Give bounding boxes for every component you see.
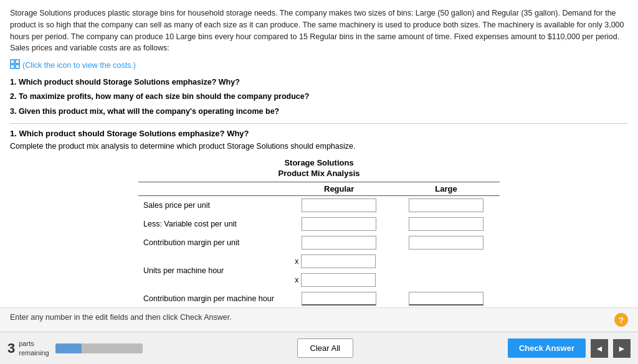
progress-bar-container: [55, 343, 143, 353]
help-circle[interactable]: ?: [614, 313, 628, 327]
q1-label: 1. Which product should Storage Solution…: [10, 78, 240, 86]
row1-regular-cell: [285, 195, 393, 215]
cm-per-unit-large-input[interactable]: [409, 236, 483, 250]
label-col-header: [138, 182, 285, 195]
row1-large-cell: [393, 195, 500, 215]
row2-large-cell: [393, 215, 500, 233]
row3-label: Contribution margin per unit: [138, 233, 285, 252]
bottom-center: Clear All: [143, 338, 508, 358]
divider-1: [10, 123, 628, 124]
grid-icon: [10, 59, 20, 71]
analysis-table: Regular Large Sales price per unit: [138, 182, 500, 307]
main-container: Storage Solutions produces plastic stora…: [0, 0, 638, 364]
icon-link[interactable]: (Click the icon to view the costs.): [10, 59, 628, 71]
cm-per-hour-large-input[interactable]: [409, 292, 483, 306]
row4-regular-cell: x: [285, 252, 385, 271]
row5-regular-cell: [285, 289, 393, 307]
questions: 1. Which product should Storage Solution…: [10, 76, 628, 118]
parts-label: parts remaining: [19, 339, 49, 357]
bottom-bar: 3 parts remaining Clear All Check Answer…: [0, 332, 638, 364]
sales-price-regular-input[interactable]: [302, 198, 376, 212]
q2-label: 2. To maximize profits, how many of each…: [10, 92, 309, 101]
table-row: Units per machine hour x x: [138, 252, 500, 289]
row3-large-cell: [393, 233, 500, 252]
q3-label: 3. Given this product mix, what will the…: [10, 107, 279, 116]
row5-label: Contribution margin per machine hour: [138, 289, 285, 307]
units-per-hour-large-input[interactable]: [301, 273, 376, 287]
svg-rect-2: [11, 65, 14, 68]
nav-next-button[interactable]: ►: [613, 339, 631, 358]
table-area: Storage Solutions Product Mix Analysis R…: [10, 158, 628, 307]
x-symbol-regular: x: [295, 257, 298, 266]
table-row: Sales price per unit: [138, 195, 500, 215]
svg-rect-3: [16, 65, 19, 68]
units-per-hour-regular-input[interactable]: [301, 254, 376, 268]
intro-text: Storage Solutions produces plastic stora…: [10, 7, 628, 54]
row2-label: Less: Variable cost per unit: [138, 215, 285, 233]
company-title: Storage Solutions: [284, 158, 353, 167]
section1-desc: Complete the product mix analysis to det…: [10, 142, 628, 151]
regular-header: Regular: [285, 182, 393, 195]
check-answer-button[interactable]: Check Answer: [508, 338, 586, 358]
table-title: Product Mix Analysis: [279, 169, 360, 178]
icon-link-label: (Click the icon to view the costs.): [22, 61, 136, 70]
table-row: Contribution margin per unit: [138, 233, 500, 252]
svg-rect-1: [16, 60, 19, 63]
row2-regular-cell: [285, 215, 393, 233]
row3-regular-cell: [285, 233, 393, 252]
table-row: Contribution margin per machine hour: [138, 289, 500, 307]
clear-all-button[interactable]: Clear All: [297, 338, 353, 358]
content-area: Storage Solutions produces plastic stora…: [0, 0, 638, 307]
variable-cost-large-input[interactable]: [409, 217, 483, 231]
cm-per-hour-regular-input[interactable]: [302, 292, 376, 306]
cm-per-unit-regular-input[interactable]: [302, 236, 376, 250]
row5-large-cell: [393, 289, 500, 307]
progress-bar-fill: [55, 343, 82, 353]
parts-remaining: 3 parts remaining: [7, 339, 143, 357]
row4-label: Units per machine hour: [138, 252, 285, 289]
sales-price-large-input[interactable]: [409, 198, 483, 212]
table-row: Less: Variable cost per unit: [138, 215, 500, 233]
status-bar: Enter any number in the edit fields and …: [0, 307, 638, 332]
parts-number: 3: [7, 340, 15, 357]
nav-prev-button[interactable]: ◄: [591, 339, 608, 358]
x-symbol-large: x: [295, 276, 298, 284]
svg-rect-0: [11, 60, 14, 63]
variable-cost-regular-input[interactable]: [302, 217, 376, 231]
status-text: Enter any number in the edit fields and …: [10, 313, 232, 322]
row4-large-cell: x: [285, 271, 385, 289]
section1-title: 1. Which product should Storage Solution…: [10, 129, 628, 138]
large-header: Large: [393, 182, 500, 195]
row1-label: Sales price per unit: [138, 195, 285, 215]
right-controls: Check Answer ◄ ►: [508, 338, 631, 358]
